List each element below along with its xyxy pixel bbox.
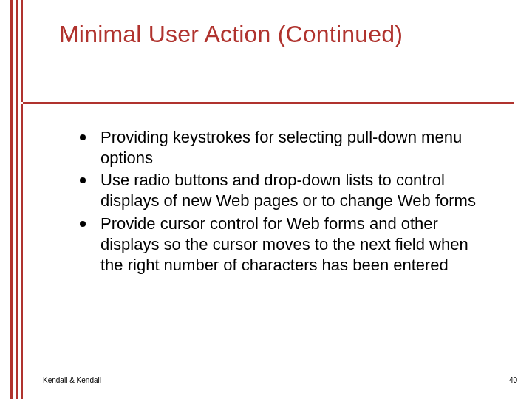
decorative-stripe xyxy=(10,0,13,399)
list-item: Providing keystrokes for selecting pull-… xyxy=(80,127,491,168)
slide-title: Minimal User Action (Continued) xyxy=(59,21,502,48)
footer-page-number: 40 xyxy=(509,376,517,384)
slide-body: Providing keystrokes for selecting pull-… xyxy=(80,127,491,277)
footer-author: Kendall & Kendall xyxy=(43,376,101,384)
decorative-stripe xyxy=(21,0,23,102)
list-item: Provide cursor control for Web forms and… xyxy=(80,214,491,276)
bullet-list: Providing keystrokes for selecting pull-… xyxy=(80,127,491,276)
title-underline xyxy=(23,102,514,104)
decorative-stripe xyxy=(21,104,23,399)
decorative-stripe xyxy=(16,0,18,399)
slide: Minimal User Action (Continued) Providin… xyxy=(0,0,532,399)
list-item: Use radio buttons and drop-down lists to… xyxy=(80,170,491,211)
